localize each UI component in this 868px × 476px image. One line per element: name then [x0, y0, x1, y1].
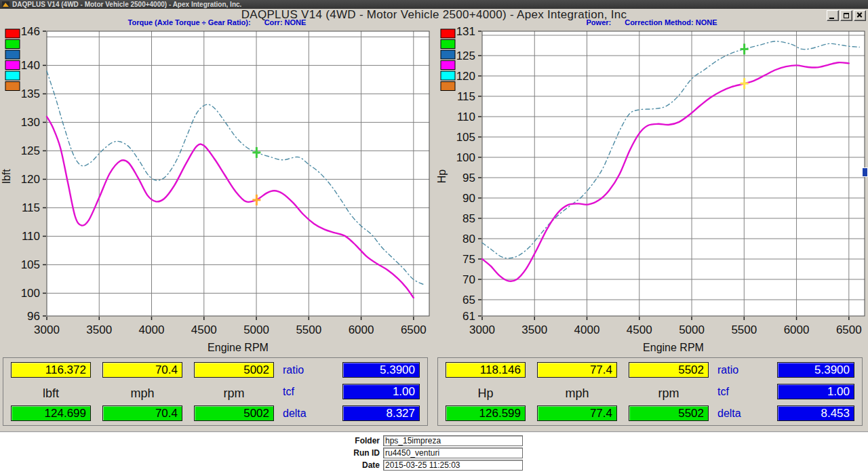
rpm-reference-value: 5502 [629, 405, 709, 421]
power-correction-status: Correction Method: NONE [625, 18, 717, 26]
folder-row: Folder hps_15impreza [317, 435, 523, 446]
svg-text:4500: 4500 [191, 323, 217, 336]
svg-text:100: 100 [456, 151, 475, 164]
power-chart-title: Power: [587, 18, 612, 26]
side-scroll-nub[interactable] [862, 167, 868, 177]
date-field[interactable]: 2015-03-25 11:25:03 [383, 460, 523, 471]
power-reference-value: 126.599 [446, 405, 526, 421]
svg-text:3500: 3500 [521, 323, 547, 336]
svg-text:146: 146 [21, 27, 40, 38]
torque-reference-value: 124.699 [11, 405, 91, 421]
power-unit-label: Hp [446, 386, 526, 401]
svg-text:110: 110 [22, 230, 40, 243]
run-id-field[interactable]: ru4450_venturi [383, 448, 523, 458]
svg-text:80: 80 [462, 233, 475, 245]
delta-value: 8.327 [342, 405, 420, 421]
run-id-row: Run ID ru4450_venturi [317, 448, 523, 458]
ratio-label: ratio [283, 364, 304, 376]
svg-text:140: 140 [21, 59, 40, 72]
torque-readout-panel: 116.372 70.4 5002 lbft mph rpm 124.699 7… [3, 357, 428, 426]
svg-text:105: 105 [21, 258, 40, 271]
svg-text:5000: 5000 [679, 323, 705, 336]
app-icon [2, 1, 9, 7]
svg-text:131: 131 [456, 27, 475, 38]
power-current-value: 118.146 [446, 362, 526, 378]
delta-value: 8.453 [777, 405, 854, 421]
svg-text:Engine RPM: Engine RPM [208, 342, 269, 353]
svg-text:70: 70 [462, 273, 475, 286]
run-info-fields: Folder hps_15impreza Run ID ru4450_ventu… [317, 435, 523, 472]
svg-text:5000: 5000 [243, 323, 269, 336]
rpm-unit-label: rpm [194, 386, 274, 401]
delta-label: delta [717, 408, 741, 420]
power-chart[interactable]: 1311251201151101051009590858075706561300… [436, 27, 868, 358]
svg-text:130: 130 [21, 116, 40, 129]
tcf-label: tcf [283, 386, 294, 398]
svg-text:85: 85 [462, 212, 475, 225]
svg-text:90: 90 [462, 192, 475, 205]
power-readout-panel: 118.146 77.4 5502 Hp mph rpm 126.599 77.… [437, 357, 863, 426]
torque-chart[interactable]: 1461401351301251201151101051009630003500… [1, 27, 433, 358]
torque-chart-header: Torque (Axle Torque ÷ Gear Ratio): Corr:… [0, 18, 434, 26]
run-id-label: Run ID [317, 448, 383, 458]
svg-text:4500: 4500 [627, 323, 652, 336]
folder-label: Folder [317, 436, 383, 445]
svg-text:125: 125 [21, 144, 40, 157]
svg-text:125: 125 [456, 49, 475, 62]
rpm-unit-label: rpm [629, 386, 709, 401]
torque-chart-title: Torque (Axle Torque ÷ Gear Ratio): [128, 18, 251, 26]
svg-text:Engine RPM: Engine RPM [643, 342, 704, 353]
date-row: Date 2015-03-25 11:25:03 [317, 460, 523, 471]
speed-current-value: 77.4 [537, 362, 617, 378]
svg-text:120: 120 [456, 70, 475, 83]
svg-text:6000: 6000 [784, 323, 810, 336]
svg-text:lbft: lbft [1, 169, 12, 184]
ratio-value: 5.3900 [777, 362, 854, 378]
rpm-current-value: 5502 [629, 362, 709, 378]
svg-text:105: 105 [456, 131, 475, 144]
svg-text:6500: 6500 [836, 323, 862, 336]
speed-reference-value: 77.4 [537, 405, 617, 421]
power-chart-header: Power: Correction Method: NONE [435, 18, 868, 26]
tcf-value: 1.00 [777, 384, 854, 399]
svg-text:120: 120 [21, 173, 40, 186]
torque-correction-status: Corr: NONE [264, 18, 307, 26]
svg-text:3000: 3000 [34, 323, 60, 336]
svg-text:110: 110 [457, 111, 475, 123]
speed-reference-value: 70.4 [102, 405, 182, 421]
svg-text:5500: 5500 [296, 323, 321, 336]
speed-current-value: 70.4 [102, 362, 182, 378]
svg-text:135: 135 [21, 87, 40, 100]
svg-text:75: 75 [462, 253, 475, 266]
svg-text:3000: 3000 [469, 323, 495, 336]
svg-text:96: 96 [27, 310, 40, 323]
svg-text:61: 61 [462, 310, 475, 323]
svg-text:115: 115 [457, 90, 475, 103]
svg-text:4000: 4000 [574, 323, 600, 336]
svg-text:3500: 3500 [86, 323, 112, 336]
tcf-label: tcf [717, 386, 729, 398]
rpm-reference-value: 5002 [194, 405, 274, 421]
svg-text:100: 100 [21, 287, 40, 300]
svg-text:5500: 5500 [731, 323, 757, 336]
footer-strip: HPS PERFORMANCE PRODUCTS Folder hps_15im… [0, 431, 868, 476]
svg-text:Hp: Hp [436, 170, 448, 184]
svg-text:115: 115 [22, 201, 40, 214]
svg-text:6000: 6000 [349, 323, 374, 336]
torque-current-value: 116.372 [11, 362, 91, 378]
speed-unit-label: mph [102, 386, 182, 401]
svg-text:6500: 6500 [401, 323, 427, 336]
ratio-value: 5.3900 [342, 362, 420, 378]
svg-text:4000: 4000 [139, 323, 165, 336]
speed-unit-label: mph [537, 386, 617, 401]
window-title: DAQPLUS V14 (4WD - Motor Vehicle 2500+40… [12, 1, 241, 8]
svg-text:95: 95 [462, 172, 475, 184]
ratio-label: ratio [717, 364, 738, 376]
folder-field[interactable]: hps_15impreza [383, 435, 523, 446]
rpm-current-value: 5002 [194, 362, 274, 378]
torque-unit-label: lbft [11, 386, 91, 401]
svg-text:65: 65 [462, 294, 475, 306]
tcf-value: 1.00 [342, 384, 420, 399]
date-label: Date [317, 460, 383, 470]
delta-label: delta [283, 408, 307, 420]
